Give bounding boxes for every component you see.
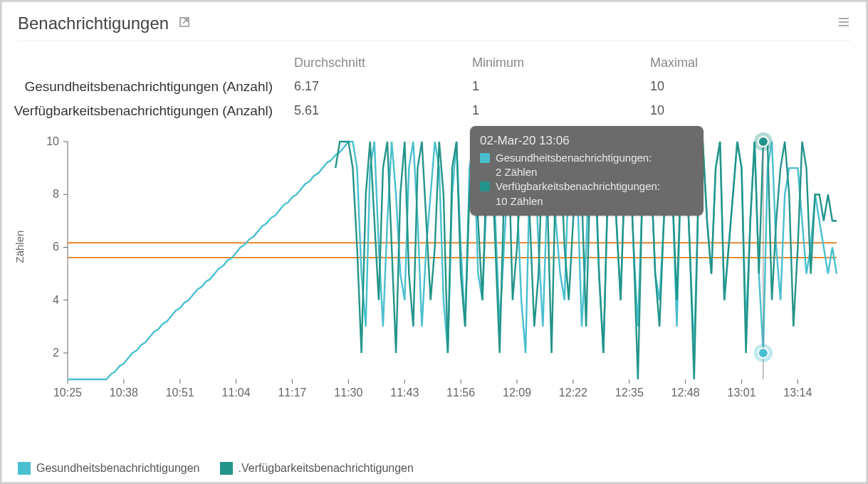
tooltip-text-b: Verfügbarkeitsbenachrichtigungen: 10 Zäh… [496, 179, 660, 209]
chart-legend: Gesundheitsbenachrichtigungen .Verfügbar… [18, 462, 414, 475]
svg-point-44 [758, 137, 768, 147]
stats-table: Durchschnitt Minimum Maximal Gesundheits… [2, 41, 866, 126]
legend-swatch-b [220, 462, 233, 475]
legend-label-b: .Verfügbarkeitsbenachrichtigungen [239, 462, 414, 475]
svg-text:2: 2 [53, 347, 59, 359]
legend-label-a: Gesundheitsbenachrichtigungen [36, 462, 200, 475]
legend-item-a[interactable]: Gesundheitsbenachrichtigungen [18, 462, 200, 475]
svg-text:12:22: 12:22 [559, 386, 587, 399]
stats-value: 6.17 [287, 75, 465, 99]
stats-header-min: Minimum [465, 51, 643, 75]
svg-text:13:01: 13:01 [727, 386, 755, 399]
svg-text:6: 6 [53, 241, 59, 253]
card-title: Benachrichtigungen [18, 14, 169, 33]
svg-text:4: 4 [53, 294, 59, 306]
chart-tooltip: 02-Mar-20 13:06 Gesundheitsbenachrichtig… [470, 126, 704, 216]
svg-point-46 [758, 348, 768, 358]
svg-text:11:30: 11:30 [334, 386, 362, 399]
svg-text:10:51: 10:51 [166, 386, 194, 399]
svg-text:10: 10 [46, 135, 59, 147]
tooltip-text-a: Gesundheitsbenachrichtigungen: 2 Zählen [496, 151, 652, 180]
legend-item-b[interactable]: .Verfügbarkeitsbenachrichtigungen [220, 462, 414, 475]
card-header: Benachrichtigungen [2, 2, 866, 41]
stats-value: 10 [643, 99, 821, 123]
line-chart[interactable]: 24681010:2510:3810:5111:0411:1711:3011:4… [18, 130, 851, 408]
svg-text:13:14: 13:14 [783, 386, 812, 399]
stats-row-label: Verfügbarkeitsbenachrichtigungen (Anzahl… [2, 99, 287, 123]
notifications-card: Benachrichtigungen Durchschnitt Minimum … [1, 1, 867, 483]
svg-text:11:56: 11:56 [446, 386, 475, 399]
menu-icon[interactable] [837, 16, 850, 31]
stats-header-avg: Durchschnitt [287, 51, 465, 75]
tooltip-title: 02-Mar-20 13:06 [480, 133, 694, 149]
tooltip-swatch-a [480, 153, 490, 163]
stats-value: 10 [643, 75, 821, 99]
popout-icon[interactable] [179, 16, 190, 31]
tooltip-swatch-b [480, 182, 490, 191]
chart-area[interactable]: Zählen 24681010:2510:3810:5111:0411:1711… [18, 130, 850, 408]
svg-text:11:43: 11:43 [390, 386, 419, 399]
svg-text:10:38: 10:38 [110, 386, 138, 399]
legend-swatch-a [18, 462, 31, 475]
svg-text:11:04: 11:04 [222, 386, 251, 399]
svg-text:12:35: 12:35 [615, 386, 644, 399]
svg-text:12:48: 12:48 [671, 386, 700, 399]
svg-text:11:17: 11:17 [278, 386, 306, 399]
stats-header-max: Maximal [643, 51, 821, 75]
stats-value: 1 [465, 75, 643, 99]
svg-text:12:09: 12:09 [503, 386, 531, 399]
stats-value: 1 [465, 99, 643, 123]
svg-text:10:25: 10:25 [53, 386, 82, 399]
svg-text:8: 8 [53, 188, 59, 200]
stats-row-label: Gesundheitsbenachrichtigungen (Anzahl) [2, 75, 287, 99]
stats-value: 5.61 [287, 99, 465, 123]
